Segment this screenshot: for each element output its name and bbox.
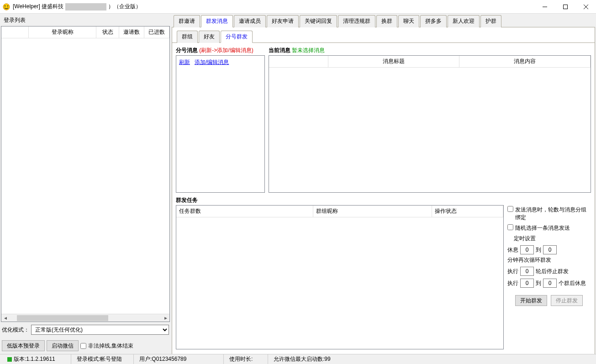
- right-panel: 群邀请群发消息邀请成员好友申请关键词回复清理违规群换群聊天拼多多新人欢迎护群 群…: [172, 15, 595, 354]
- current-msg-box[interactable]: 消息标题 消息内容: [269, 55, 591, 193]
- status-limit: 允许微信最大启动数:99: [269, 354, 335, 364]
- main-tab-9[interactable]: 新人欢迎: [448, 15, 480, 27]
- svg-rect-4: [563, 5, 567, 9]
- prelogin-button[interactable]: 低版本预登录: [2, 340, 45, 351]
- main-tab-4[interactable]: 关键词回复: [300, 15, 337, 27]
- login-list-body[interactable]: [1, 38, 169, 314]
- bind-rounds-checkbox[interactable]: 发送消息时，轮数与消息分组绑定: [507, 206, 590, 222]
- message-region: 分号消息 (刷新->添加/编辑消息) 刷新 添加/编辑消息 当前消息 暂未选择消: [176, 47, 591, 193]
- minimize-button[interactable]: [534, 0, 555, 14]
- main-tab-5[interactable]: 清理违规群: [338, 15, 375, 27]
- timer-title: 定时设置: [507, 235, 590, 243]
- status-duration: 使用时长:: [225, 354, 268, 364]
- task-col-group: 群组昵称: [313, 206, 432, 217]
- col-blank: [1, 26, 29, 38]
- current-msg-hint: 暂未选择消息: [292, 47, 325, 53]
- offline-checkbox[interactable]: 非法掉线,集体结束: [80, 342, 133, 350]
- login-list-header: 登录昵称 状态 邀请数 已进数: [1, 26, 169, 38]
- svg-point-1: [5, 5, 5, 6]
- edit-msg-link[interactable]: 添加/编辑消息: [195, 59, 229, 65]
- main-tab-3[interactable]: 好友申请: [267, 15, 299, 27]
- current-msg-label: 当前消息: [269, 47, 290, 53]
- status-user: 用户:Q0123456789: [135, 354, 224, 364]
- main-tab-7[interactable]: 聊天: [398, 15, 419, 27]
- left-panel: 登录列表 登录昵称 状态 邀请数 已进数 ◂ ▸ 优化模式： 正常版(无任何优化…: [1, 15, 170, 354]
- status-indicator-icon: [7, 357, 12, 362]
- status-mode: 登录模式:帐号登陆: [72, 354, 134, 364]
- task-settings: 发送消息时，轮数与消息分组绑定 随机选择一条消息发送 定时设置 休息 到: [506, 205, 591, 349]
- col-entered: 已进数: [144, 26, 169, 38]
- login-list-scrollbar[interactable]: ◂ ▸: [1, 314, 169, 322]
- rest-to-input[interactable]: [543, 245, 557, 254]
- col-nickname: 登录昵称: [29, 26, 96, 38]
- sub-tab-1[interactable]: 好友: [199, 31, 220, 43]
- titlebar: [WeHelper] 捷盛科技 ）（企业版）: [0, 0, 596, 14]
- task-list[interactable]: 任务群数 群组昵称 操作状态: [176, 205, 504, 349]
- main-tab-1[interactable]: 群发消息: [201, 15, 233, 27]
- msg-col-content: 消息内容: [459, 56, 591, 67]
- col-status: 状态: [96, 26, 119, 38]
- random-msg-checkbox[interactable]: 随机选择一条消息发送: [507, 224, 590, 232]
- opt-mode-select[interactable]: 正常版(无任何优化): [31, 325, 169, 335]
- app-icon: [3, 3, 10, 11]
- subpanel: 分号消息 (刷新->添加/编辑消息) 刷新 添加/编辑消息 当前消息 暂未选择消: [172, 43, 595, 353]
- exec-rounds-input[interactable]: [520, 267, 534, 276]
- refresh-link[interactable]: 刷新: [179, 59, 190, 65]
- exec-groups-from-input[interactable]: [520, 279, 534, 288]
- main-tabs: 群邀请群发消息邀请成员好友申请关键词回复清理违规群换群聊天拼多多新人欢迎护群: [172, 15, 595, 27]
- scroll-thumb[interactable]: [17, 315, 108, 321]
- scroll-right-icon[interactable]: ▸: [162, 314, 169, 322]
- sub-tab-0[interactable]: 群组: [177, 31, 198, 43]
- main-tab-2[interactable]: 邀请成员: [234, 15, 266, 27]
- main-tab-10[interactable]: 护群: [480, 15, 501, 27]
- msg-columns: 消息标题 消息内容: [269, 56, 591, 68]
- msg-col-title: 消息标题: [328, 56, 459, 67]
- svg-point-0: [3, 4, 10, 10]
- window-title-a: [WeHelper] 捷盛科技: [13, 3, 63, 11]
- start-wechat-button[interactable]: 启动微信: [47, 340, 79, 351]
- scroll-left-icon[interactable]: ◂: [1, 314, 9, 322]
- status-bar: 版本:1.1.2.19611 登录模式:帐号登陆 用户:Q0123456789 …: [0, 354, 596, 364]
- svg-point-2: [7, 5, 8, 6]
- col-invites: 邀请数: [119, 26, 144, 38]
- split-msg-hint: (刷新->添加/编辑消息): [199, 47, 253, 53]
- stop-broadcast-button[interactable]: 停止群发: [551, 295, 583, 306]
- msg-col-blank: [269, 56, 328, 67]
- sub-tabs: 群组好友分号群发: [172, 27, 595, 43]
- login-list[interactable]: 登录昵称 状态 邀请数 已进数 ◂ ▸: [1, 26, 170, 322]
- status-version: 版本:1.1.2.19611: [14, 355, 55, 363]
- current-message-panel: 当前消息 暂未选择消息 消息标题 消息内容: [269, 47, 591, 193]
- start-broadcast-button[interactable]: 开始群发: [515, 295, 547, 306]
- maximize-button[interactable]: [555, 0, 575, 14]
- task-title: 群发任务: [176, 197, 198, 203]
- redacted-area: [65, 3, 106, 11]
- close-button[interactable]: [575, 0, 596, 14]
- task-col-count: 任务群数: [176, 206, 313, 217]
- main-tab-6[interactable]: 换群: [376, 15, 397, 27]
- exec-groups-to-input[interactable]: [543, 279, 557, 288]
- split-msg-label: 分号消息: [176, 47, 198, 53]
- opt-mode-label: 优化模式：: [2, 326, 29, 334]
- task-col-status: 操作状态: [432, 206, 503, 217]
- window-title-b: ）（企业版）: [108, 3, 141, 11]
- task-region: 群发任务 任务群数 群组昵称 操作状态 发送消息: [176, 196, 591, 349]
- rest-from-input[interactable]: [520, 245, 534, 254]
- split-message-panel: 分号消息 (刷新->添加/编辑消息) 刷新 添加/编辑消息: [176, 47, 265, 193]
- main-tab-8[interactable]: 拼多多: [420, 15, 447, 27]
- offline-checkbox-input[interactable]: [80, 343, 86, 349]
- login-list-title: 登录列表: [1, 15, 170, 26]
- sub-tab-2[interactable]: 分号群发: [221, 31, 253, 43]
- main-tab-0[interactable]: 群邀请: [174, 15, 200, 27]
- task-columns: 任务群数 群组昵称 操作状态: [176, 206, 503, 217]
- split-msg-box[interactable]: 刷新 添加/编辑消息: [176, 55, 265, 193]
